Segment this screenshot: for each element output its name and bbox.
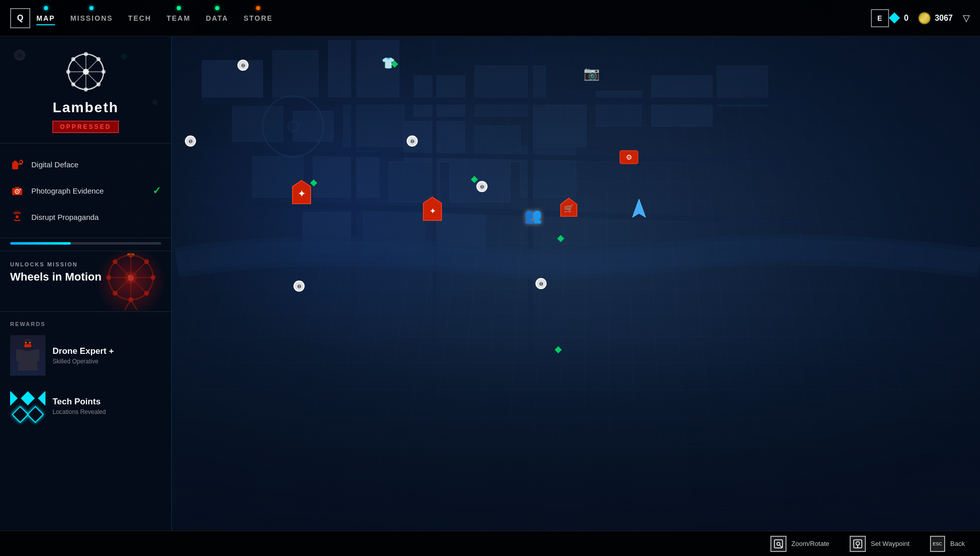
- reward-tech-image: [10, 386, 45, 426]
- tech-diamond-3: [38, 391, 45, 405]
- svg-rect-56: [14, 161, 17, 163]
- svg-point-29: [288, 121, 298, 131]
- svg-point-46: [84, 87, 88, 91]
- diamond-icon: [889, 13, 900, 24]
- mission-marker-propaganda[interactable]: ✦: [422, 196, 443, 223]
- progress-bar-bg: [10, 242, 161, 245]
- control-waypoint: Set Waypoint: [850, 536, 910, 552]
- currency-gold: 3067: [918, 12, 953, 24]
- svg-rect-15: [313, 152, 379, 197]
- mission-item-0[interactable]: Digital Deface: [0, 151, 171, 177]
- svg-rect-89: [16, 349, 20, 362]
- rewards-section: REWARDS Drone Expert: [0, 312, 171, 445]
- e-button[interactable]: E: [871, 9, 889, 27]
- district-name: Lambeth: [10, 100, 161, 116]
- mission-label-1: Photograph Evidence: [31, 187, 153, 195]
- unlocks-label: UNLOCKS MISSION: [10, 261, 161, 267]
- svg-rect-4: [293, 111, 333, 142]
- tech-diamond-2: [21, 391, 35, 405]
- bottombar: Zoom/Rotate Set Waypoint ESC Back: [0, 531, 980, 556]
- svg-point-92: [25, 342, 27, 344]
- tech-diamond-1: [10, 391, 18, 405]
- gold-icon: [918, 12, 930, 24]
- nav-item-team[interactable]: TEAM: [167, 14, 191, 22]
- nav-item-store[interactable]: STORE: [243, 14, 273, 22]
- district-status: OPPRESSED: [53, 121, 119, 133]
- tech-diamonds-row-1: [10, 391, 45, 405]
- svg-rect-10: [530, 101, 586, 147]
- tech-diamonds-row-2: [14, 408, 41, 421]
- subway-icon-3[interactable]: ⊖: [185, 135, 196, 147]
- svg-point-59: [21, 160, 22, 161]
- svg-point-50: [96, 82, 101, 86]
- nav-item-missions[interactable]: MISSIONS: [70, 14, 113, 22]
- topbar: Q MAP MISSIONS TECH TEAM DATA STORE E: [0, 0, 980, 36]
- subway-icon-5[interactable]: ⊖: [476, 181, 487, 192]
- reward-item-1: Tech Points Locations Revealed: [10, 386, 161, 426]
- svg-point-95: [777, 542, 780, 545]
- svg-marker-38: [632, 199, 646, 217]
- svg-line-84: [131, 300, 137, 310]
- map-person-icon[interactable]: 👕: [381, 57, 395, 70]
- main-nav: MAP MISSIONS TECH TEAM DATA STORE: [36, 14, 861, 22]
- subway-icon-4[interactable]: ⊖: [407, 135, 418, 147]
- unlocks-section: 🔴 UNLOCKS MISSION Wheels in Motion: [0, 251, 171, 312]
- svg-text:✦: ✦: [298, 188, 306, 199]
- subway-icon-1[interactable]: ⊖: [237, 60, 249, 71]
- svg-text:🛒: 🛒: [564, 204, 574, 213]
- tech-diamond-outline-2: [27, 406, 44, 423]
- control-zoom: Zoom/Rotate: [770, 536, 829, 552]
- svg-point-93: [29, 342, 31, 344]
- back-label: Back: [950, 540, 965, 547]
- map-nav-icon[interactable]: [631, 198, 647, 220]
- unlocks-text: UNLOCKS MISSION Wheels in Motion: [0, 251, 171, 294]
- mission-marker-spray[interactable]: ✦: [291, 179, 312, 207]
- reward-name-0: Drone Expert +: [53, 346, 114, 356]
- svg-rect-6: [414, 76, 465, 116]
- reward-name-1: Tech Points: [53, 397, 106, 407]
- reward-subtitle-0: Skilled Operative: [53, 358, 114, 365]
- esc-button-icon: ESC: [930, 536, 946, 552]
- side-panel: Lambeth OPPRESSED Digital Deface: [0, 36, 172, 531]
- svg-point-49: [71, 57, 75, 61]
- subway-icon-6[interactable]: ⊖: [535, 278, 547, 289]
- map-people-icon[interactable]: 👥: [524, 207, 542, 224]
- svg-point-66: [20, 189, 21, 191]
- svg-rect-55: [12, 162, 18, 169]
- svg-point-52: [71, 82, 75, 86]
- mission-item-2[interactable]: Disrupt Propaganda: [0, 204, 171, 230]
- reward-text-0: Drone Expert + Skilled Operative: [53, 346, 114, 365]
- reward-operative-image: [10, 335, 45, 376]
- nav-right: 0 3067 ▽: [889, 12, 970, 24]
- mission-checkmark-1: ✓: [153, 184, 161, 197]
- svg-rect-65: [15, 187, 19, 189]
- svg-text:⚙: ⚙: [626, 153, 632, 161]
- nav-item-map[interactable]: MAP: [36, 14, 55, 22]
- svg-point-98: [856, 541, 859, 545]
- svg-line-96: [780, 545, 782, 547]
- map-store-icon[interactable]: 🛒: [560, 197, 578, 219]
- signal-icon: [10, 210, 24, 224]
- currency-diamond: 0: [889, 13, 909, 24]
- svg-point-45: [84, 52, 88, 56]
- subway-icon-7[interactable]: ⊖: [293, 281, 305, 292]
- svg-line-83: [125, 300, 131, 310]
- svg-point-61: [22, 162, 23, 163]
- mission-label-2: Disrupt Propaganda: [31, 213, 161, 221]
- nav-item-data[interactable]: DATA: [206, 14, 228, 22]
- nav-dropdown-arrow[interactable]: ▽: [963, 13, 970, 24]
- svg-point-51: [96, 57, 101, 61]
- svg-rect-11: [596, 91, 642, 126]
- tech-diamonds-group: [10, 391, 45, 421]
- svg-point-64: [16, 191, 18, 193]
- svg-rect-3: [232, 106, 283, 142]
- nav-item-tech[interactable]: TECH: [128, 14, 152, 22]
- mission-label-0: Digital Deface: [31, 160, 161, 169]
- svg-point-47: [66, 70, 70, 74]
- q-button[interactable]: Q: [10, 8, 30, 28]
- unlocks-mission-name: Wheels in Motion: [10, 270, 161, 284]
- reward-subtitle-1: Locations Revealed: [53, 408, 106, 415]
- mission-item-1[interactable]: Photograph Evidence ✓: [0, 177, 171, 204]
- map-conflict-icon[interactable]: ⚙: [619, 150, 639, 167]
- map-camera-icon[interactable]: 📷: [583, 66, 600, 81]
